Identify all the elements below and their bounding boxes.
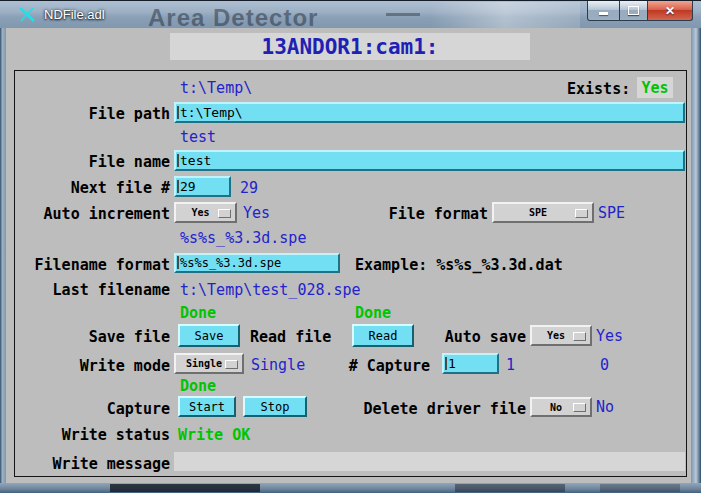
file-path-label: File path xyxy=(14,105,170,123)
write-message-readback xyxy=(174,452,685,471)
file-name-label: File name xyxy=(14,153,170,171)
num-capture-readback: 1 xyxy=(506,356,515,374)
frame-ghost-shape xyxy=(600,484,680,492)
file-name-input[interactable]: test xyxy=(174,150,685,171)
file-path-input[interactable]: t:\Temp\ xyxy=(174,102,685,123)
write-status-value: Write OK xyxy=(178,426,250,444)
auto-save-menu[interactable]: Yes xyxy=(530,325,592,346)
save-button[interactable]: Save xyxy=(178,324,240,347)
file-path-readback: t:\Temp\ xyxy=(180,79,252,97)
read-status: Done xyxy=(355,304,391,322)
auto-increment-label: Auto increment xyxy=(14,205,170,223)
file-name-readback: test xyxy=(180,128,216,146)
frame-ghost-shape xyxy=(110,484,260,492)
file-format-menu[interactable]: SPE xyxy=(492,202,594,223)
caption-buttons: ✕ xyxy=(588,1,693,21)
text-caret xyxy=(177,154,179,167)
capture-label: Capture xyxy=(14,400,170,418)
file-format-label: File format xyxy=(360,205,488,223)
ndfile-window: Area Detector NDFile.adl ✕ 13ANDOR1:cam1… xyxy=(0,0,701,493)
last-filename-readback: t:\Temp\test_028.spe xyxy=(180,281,361,299)
window-frame-bottom xyxy=(0,483,701,493)
filename-format-example: Example: %s%s_%3.3d.dat xyxy=(355,256,563,274)
capture-start-button[interactable]: Start xyxy=(178,396,236,417)
write-mode-label: Write mode xyxy=(14,357,170,375)
write-mode-menu[interactable]: Single xyxy=(174,353,244,374)
menu-indicator-icon xyxy=(575,209,588,218)
auto-increment-readback: Yes xyxy=(243,204,270,222)
menu-indicator-icon xyxy=(573,403,586,412)
next-file-input[interactable]: 29 xyxy=(174,176,231,197)
menu-indicator-icon xyxy=(573,332,586,341)
auto-increment-menu[interactable]: Yes xyxy=(174,202,237,223)
delete-driver-menu[interactable]: No xyxy=(530,397,592,417)
background-window-ghost-shape xyxy=(386,13,420,16)
save-status: Done xyxy=(180,304,216,322)
delete-driver-label: Delete driver file xyxy=(320,400,526,418)
auto-save-readback: Yes xyxy=(596,327,623,345)
exists-label: Exists: xyxy=(567,80,630,98)
save-file-label: Save file xyxy=(14,328,170,346)
pv-prefix-text: 13ANDOR1:cam1: xyxy=(261,35,438,59)
frame-ghost-shape xyxy=(455,484,565,492)
window-title: NDFile.adl xyxy=(44,7,105,22)
file-format-readback: SPE xyxy=(598,204,625,222)
menu-indicator-icon xyxy=(225,360,238,369)
exists-value: Yes xyxy=(637,77,673,98)
menu-indicator-icon xyxy=(218,209,231,218)
num-captured-readback: 0 xyxy=(600,356,609,374)
num-capture-input[interactable]: 1 xyxy=(442,353,499,374)
minimize-button[interactable] xyxy=(587,1,620,21)
close-button[interactable]: ✕ xyxy=(647,1,693,21)
medm-app-icon xyxy=(18,6,36,23)
text-caret xyxy=(177,180,179,193)
num-capture-label: # Capture xyxy=(330,357,430,375)
maximize-button[interactable] xyxy=(619,1,648,21)
text-caret xyxy=(445,357,447,370)
close-icon: ✕ xyxy=(665,4,675,18)
last-filename-label: Last filename xyxy=(14,281,170,299)
read-button[interactable]: Read xyxy=(352,324,414,347)
write-mode-readback: Single xyxy=(251,356,305,374)
maximize-icon xyxy=(628,6,639,15)
filename-format-input[interactable]: %s%s_%3.3d.spe xyxy=(174,253,340,273)
minimize-icon xyxy=(599,12,608,15)
window-frame-right xyxy=(691,28,701,483)
filename-format-readback: %s%s_%3.3d.spe xyxy=(180,229,306,247)
delete-driver-readback: No xyxy=(596,398,614,416)
filename-format-label: Filename format xyxy=(14,256,170,274)
auto-save-label: Auto save xyxy=(420,328,526,346)
read-file-label: Read file xyxy=(250,328,331,346)
text-caret xyxy=(177,256,179,269)
next-file-readback: 29 xyxy=(240,179,258,197)
pv-prefix-header: 13ANDOR1:cam1: xyxy=(170,33,530,60)
title-bar[interactable]: Area Detector NDFile.adl ✕ xyxy=(0,0,701,28)
write-message-label: Write message xyxy=(14,455,170,473)
capture-status: Done xyxy=(180,377,216,395)
next-file-label: Next file # xyxy=(14,179,170,197)
write-status-label: Write status xyxy=(14,426,170,444)
titlebar-glass-glow xyxy=(430,2,580,28)
capture-stop-button[interactable]: Stop xyxy=(243,396,307,417)
text-caret xyxy=(177,106,179,119)
